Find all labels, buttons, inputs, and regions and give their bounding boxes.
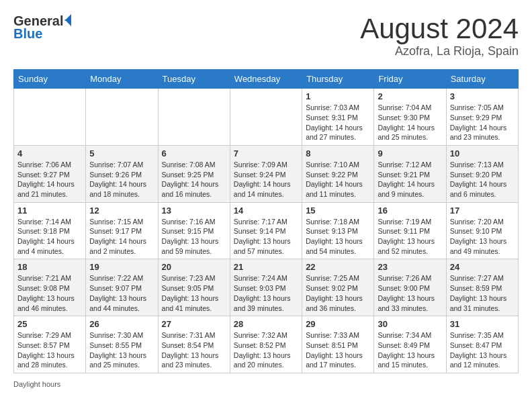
day-info: Sunrise: 7:19 AM Sunset: 9:11 PM Dayligh… <box>378 217 442 257</box>
day-info: Sunrise: 7:15 AM Sunset: 9:17 PM Dayligh… <box>89 217 154 257</box>
day-info: Sunrise: 7:27 AM Sunset: 8:59 PM Dayligh… <box>450 273 515 313</box>
day-info: Sunrise: 7:05 AM Sunset: 9:29 PM Dayligh… <box>450 103 515 142</box>
day-info: Sunrise: 7:32 AM Sunset: 8:52 PM Dayligh… <box>234 330 298 370</box>
day-of-week-header: Thursday <box>302 70 374 89</box>
day-of-week-header: Tuesday <box>158 70 230 89</box>
calendar-cell: 29Sunrise: 7:33 AM Sunset: 8:51 PM Dayli… <box>302 316 374 373</box>
calendar-cell: 7Sunrise: 7:09 AM Sunset: 9:24 PM Daylig… <box>230 145 302 202</box>
day-number: 16 <box>378 205 442 216</box>
calendar-cell: 10Sunrise: 7:13 AM Sunset: 9:20 PM Dayli… <box>446 145 518 202</box>
calendar-cell: 17Sunrise: 7:20 AM Sunset: 9:10 PM Dayli… <box>446 202 518 259</box>
day-info: Sunrise: 7:13 AM Sunset: 9:20 PM Dayligh… <box>450 160 515 199</box>
day-info: Sunrise: 7:35 AM Sunset: 8:47 PM Dayligh… <box>450 330 515 370</box>
day-number: 5 <box>89 148 154 158</box>
day-info: Sunrise: 7:24 AM Sunset: 9:03 PM Dayligh… <box>234 273 298 313</box>
day-number: 23 <box>378 262 442 272</box>
day-number: 30 <box>378 319 442 329</box>
calendar-header-row: SundayMondayTuesdayWednesdayThursdayFrid… <box>14 70 519 89</box>
day-info: Sunrise: 7:26 AM Sunset: 9:00 PM Dayligh… <box>378 273 442 313</box>
day-number: 1 <box>306 91 370 101</box>
day-number: 15 <box>306 205 370 216</box>
calendar-cell: 18Sunrise: 7:21 AM Sunset: 9:08 PM Dayli… <box>14 259 86 316</box>
calendar-cell: 20Sunrise: 7:23 AM Sunset: 9:05 PM Dayli… <box>158 259 230 316</box>
title-area: August 2024 Azofra, La Rioja, Spain <box>360 13 519 58</box>
day-info: Sunrise: 7:34 AM Sunset: 8:49 PM Dayligh… <box>378 330 442 370</box>
day-number: 4 <box>17 148 82 158</box>
calendar-table: SundayMondayTuesdayWednesdayThursdayFrid… <box>13 69 519 373</box>
logo: General Blue <box>13 13 71 42</box>
calendar-cell: 28Sunrise: 7:32 AM Sunset: 8:52 PM Dayli… <box>230 316 302 373</box>
footer: Daylight hours <box>13 380 519 388</box>
day-number: 8 <box>306 148 370 158</box>
calendar-cell: 15Sunrise: 7:18 AM Sunset: 9:13 PM Dayli… <box>302 202 374 259</box>
calendar-cell: 22Sunrise: 7:25 AM Sunset: 9:02 PM Dayli… <box>302 259 374 316</box>
day-of-week-header: Sunday <box>14 70 86 89</box>
day-info: Sunrise: 7:22 AM Sunset: 9:07 PM Dayligh… <box>89 273 154 313</box>
day-number: 29 <box>306 319 370 329</box>
day-number: 28 <box>234 319 298 329</box>
day-number: 25 <box>17 319 82 329</box>
day-info: Sunrise: 7:31 AM Sunset: 8:54 PM Dayligh… <box>162 330 226 370</box>
calendar-week-row: 25Sunrise: 7:29 AM Sunset: 8:57 PM Dayli… <box>14 316 519 373</box>
calendar-cell: 5Sunrise: 7:07 AM Sunset: 9:26 PM Daylig… <box>86 145 158 202</box>
calendar-cell: 26Sunrise: 7:30 AM Sunset: 8:55 PM Dayli… <box>86 316 158 373</box>
day-number: 11 <box>17 205 82 216</box>
day-number: 6 <box>162 148 226 158</box>
day-number: 21 <box>234 262 298 272</box>
day-info: Sunrise: 7:23 AM Sunset: 9:05 PM Dayligh… <box>162 273 226 313</box>
month-year-title: August 2024 <box>360 13 519 44</box>
calendar-cell <box>158 89 230 146</box>
day-number: 20 <box>162 262 226 272</box>
calendar-cell: 19Sunrise: 7:22 AM Sunset: 9:07 PM Dayli… <box>86 259 158 316</box>
day-info: Sunrise: 7:20 AM Sunset: 9:10 PM Dayligh… <box>450 217 515 257</box>
location-subtitle: Azofra, La Rioja, Spain <box>360 44 519 58</box>
day-info: Sunrise: 7:10 AM Sunset: 9:22 PM Dayligh… <box>306 160 370 199</box>
day-info: Sunrise: 7:09 AM Sunset: 9:24 PM Dayligh… <box>234 160 298 199</box>
day-info: Sunrise: 7:18 AM Sunset: 9:13 PM Dayligh… <box>306 217 370 257</box>
calendar-cell: 2Sunrise: 7:04 AM Sunset: 9:30 PM Daylig… <box>374 89 446 146</box>
calendar-cell: 4Sunrise: 7:06 AM Sunset: 9:27 PM Daylig… <box>14 145 86 202</box>
day-of-week-header: Saturday <box>446 70 518 89</box>
day-info: Sunrise: 7:29 AM Sunset: 8:57 PM Dayligh… <box>17 330 82 370</box>
calendar-cell: 30Sunrise: 7:34 AM Sunset: 8:49 PM Dayli… <box>374 316 446 373</box>
daylight-label: Daylight hours <box>13 380 60 388</box>
day-of-week-header: Wednesday <box>230 70 302 89</box>
day-number: 13 <box>162 205 226 216</box>
calendar-cell: 21Sunrise: 7:24 AM Sunset: 9:03 PM Dayli… <box>230 259 302 316</box>
day-number: 19 <box>89 262 154 272</box>
calendar-cell: 27Sunrise: 7:31 AM Sunset: 8:54 PM Dayli… <box>158 316 230 373</box>
day-info: Sunrise: 7:14 AM Sunset: 9:18 PM Dayligh… <box>17 217 82 257</box>
day-info: Sunrise: 7:06 AM Sunset: 9:27 PM Dayligh… <box>17 160 82 199</box>
day-number: 7 <box>234 148 298 158</box>
day-info: Sunrise: 7:25 AM Sunset: 9:02 PM Dayligh… <box>306 273 370 313</box>
calendar-cell: 14Sunrise: 7:17 AM Sunset: 9:14 PM Dayli… <box>230 202 302 259</box>
calendar-cell: 1Sunrise: 7:03 AM Sunset: 9:31 PM Daylig… <box>302 89 374 146</box>
day-number: 26 <box>89 319 154 329</box>
calendar-cell: 31Sunrise: 7:35 AM Sunset: 8:47 PM Dayli… <box>446 316 518 373</box>
calendar-cell: 12Sunrise: 7:15 AM Sunset: 9:17 PM Dayli… <box>86 202 158 259</box>
day-number: 24 <box>450 262 515 272</box>
day-number: 31 <box>450 319 515 329</box>
day-info: Sunrise: 7:21 AM Sunset: 9:08 PM Dayligh… <box>17 273 82 313</box>
header: General Blue August 2024 Azofra, La Rioj… <box>13 13 519 58</box>
day-number: 18 <box>17 262 82 272</box>
calendar-cell: 16Sunrise: 7:19 AM Sunset: 9:11 PM Dayli… <box>374 202 446 259</box>
day-info: Sunrise: 7:17 AM Sunset: 9:14 PM Dayligh… <box>234 217 298 257</box>
calendar-cell <box>14 89 86 146</box>
calendar-week-row: 4Sunrise: 7:06 AM Sunset: 9:27 PM Daylig… <box>14 145 519 202</box>
day-number: 17 <box>450 205 515 216</box>
day-number: 2 <box>378 91 442 101</box>
calendar-cell: 9Sunrise: 7:12 AM Sunset: 9:21 PM Daylig… <box>374 145 446 202</box>
day-number: 22 <box>306 262 370 272</box>
day-number: 9 <box>378 148 442 158</box>
day-number: 10 <box>450 148 515 158</box>
day-info: Sunrise: 7:03 AM Sunset: 9:31 PM Dayligh… <box>306 103 370 142</box>
day-info: Sunrise: 7:30 AM Sunset: 8:55 PM Dayligh… <box>89 330 154 370</box>
calendar-cell <box>230 89 302 146</box>
calendar-cell: 25Sunrise: 7:29 AM Sunset: 8:57 PM Dayli… <box>14 316 86 373</box>
calendar-cell: 13Sunrise: 7:16 AM Sunset: 9:15 PM Dayli… <box>158 202 230 259</box>
day-number: 14 <box>234 205 298 216</box>
day-of-week-header: Monday <box>86 70 158 89</box>
logo-blue-text: Blue <box>13 26 42 42</box>
day-number: 3 <box>450 91 515 101</box>
